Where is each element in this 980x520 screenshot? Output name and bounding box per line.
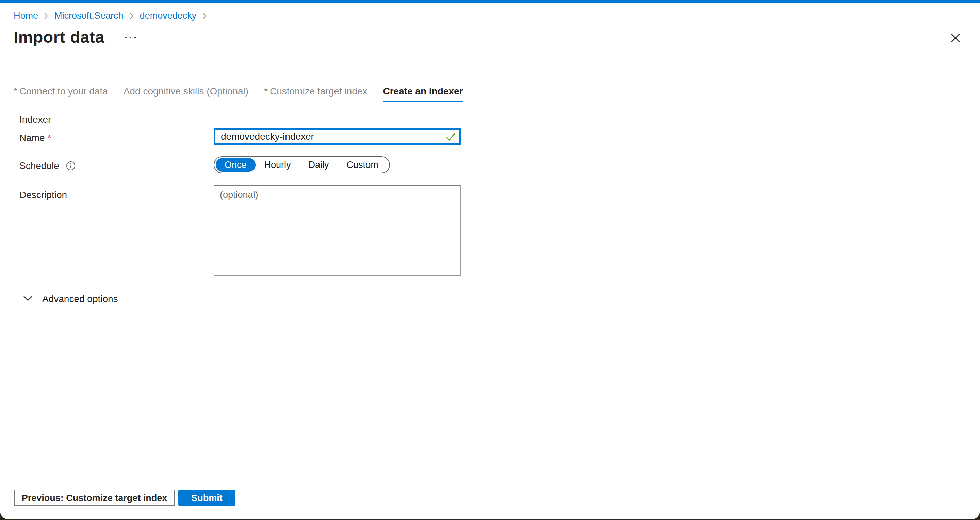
- breadcrumb-link-home[interactable]: Home: [14, 10, 38, 21]
- section-label-indexer: Indexer: [19, 114, 51, 125]
- submit-button[interactable]: Submit: [178, 490, 235, 506]
- schedule-field-label: Schedule: [19, 160, 76, 171]
- schedule-option-custom[interactable]: Custom: [338, 158, 387, 172]
- info-icon[interactable]: [66, 161, 76, 171]
- schedule-option-hourly[interactable]: Hourly: [256, 158, 300, 172]
- indexer-name-input[interactable]: [214, 128, 461, 145]
- tab-connect-to-your-data[interactable]: *Connect to your data: [14, 86, 108, 102]
- tab-add-cognitive-skills[interactable]: Add cognitive skills (Optional): [124, 86, 248, 102]
- required-marker: *: [264, 86, 268, 97]
- breadcrumb-link-demovedecky[interactable]: demovedecky: [140, 10, 197, 21]
- page-header: Import data: [14, 28, 137, 47]
- import-data-panel: Home Microsoft.Search demovedecky Import…: [0, 0, 980, 519]
- required-marker: *: [14, 86, 18, 97]
- wizard-tabs: *Connect to your data Add cognitive skil…: [14, 86, 463, 102]
- close-icon[interactable]: [949, 31, 962, 45]
- tab-customize-target-index[interactable]: *Customize target index: [264, 86, 367, 102]
- required-marker: *: [48, 133, 51, 143]
- divider: [19, 287, 488, 287]
- chevron-down-icon: [23, 296, 33, 303]
- divider: [19, 312, 488, 312]
- page-title: Import data: [14, 28, 105, 47]
- breadcrumb: Home Microsoft.Search demovedecky: [14, 10, 207, 21]
- name-input-wrap: [214, 128, 461, 145]
- name-field-label: Name*: [19, 133, 51, 143]
- chevron-right-icon: [130, 12, 134, 20]
- schedule-toggle-group: Once Hourly Daily Custom: [214, 156, 390, 173]
- chevron-right-icon: [44, 12, 48, 20]
- breadcrumb-link-microsoft-search[interactable]: Microsoft.Search: [54, 10, 124, 21]
- schedule-option-daily[interactable]: Daily: [300, 158, 338, 172]
- description-textarea[interactable]: [214, 185, 461, 276]
- accent-top-bar: [0, 0, 980, 3]
- checkmark-icon: [445, 132, 456, 143]
- schedule-option-once[interactable]: Once: [216, 158, 256, 172]
- footer-divider: [0, 476, 980, 477]
- tab-create-an-indexer[interactable]: Create an indexer: [383, 86, 463, 102]
- advanced-options-label: Advanced options: [42, 294, 118, 304]
- previous-step-button[interactable]: Previous: Customize target index: [14, 490, 175, 506]
- description-field-label: Description: [19, 190, 67, 201]
- advanced-options-toggle[interactable]: Advanced options: [23, 294, 118, 304]
- more-options-icon[interactable]: [124, 34, 137, 41]
- chevron-right-icon: [202, 12, 207, 20]
